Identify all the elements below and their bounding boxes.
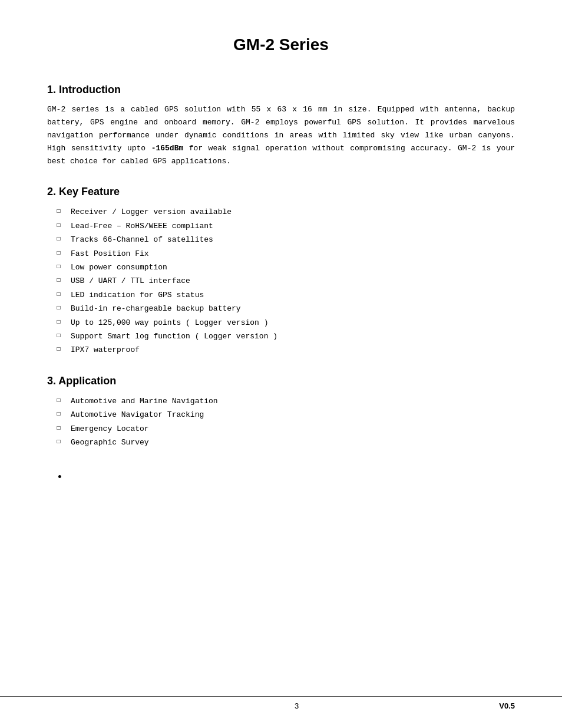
introduction-text: GM-2 series is a cabled GPS solution wit… bbox=[47, 103, 515, 168]
application-heading: 3. Application bbox=[47, 375, 515, 387]
page: GM-2 Series 1. Introduction GM-2 series … bbox=[0, 0, 562, 728]
page-title: GM-2 Series bbox=[47, 35, 515, 54]
list-item: Geographic Survey bbox=[47, 436, 515, 449]
list-item: Support Smart log function ( Logger vers… bbox=[47, 330, 515, 343]
sensitivity-value: -165dBm bbox=[151, 144, 184, 153]
list-item: Build-in re-chargeable backup battery bbox=[47, 302, 515, 315]
list-item: Automotive and Marine Navigation bbox=[47, 394, 515, 408]
list-item: Lead-Free – RoHS/WEEE compliant bbox=[47, 219, 515, 233]
list-item: Tracks 66-Channel of satellites bbox=[47, 233, 515, 246]
key-feature-heading: 2. Key Feature bbox=[47, 186, 515, 198]
list-item: USB / UART / TTL interface bbox=[47, 274, 515, 288]
list-item: Fast Position Fix bbox=[47, 247, 515, 261]
extra-bullet: • bbox=[47, 467, 515, 488]
key-feature-section: 2. Key Feature Receiver / Logger version… bbox=[47, 186, 515, 357]
key-feature-list: Receiver / Logger version available Lead… bbox=[47, 205, 515, 357]
introduction-heading: 1. Introduction bbox=[47, 84, 515, 96]
version-number: V0.5 bbox=[499, 701, 515, 710]
footer: 3 V0.5 bbox=[0, 696, 562, 710]
list-item: LED indication for GPS status bbox=[47, 288, 515, 302]
list-item: Automotive Navigator Tracking bbox=[47, 408, 515, 421]
list-item: Up to 125,000 way points ( Logger versio… bbox=[47, 316, 515, 330]
list-item: Emergency Locator bbox=[47, 422, 515, 436]
application-section: 3. Application Automotive and Marine Nav… bbox=[47, 375, 515, 450]
list-item: Receiver / Logger version available bbox=[47, 205, 515, 219]
page-number: 3 bbox=[295, 701, 299, 710]
list-item: Low power consumption bbox=[47, 261, 515, 274]
list-item: IPX7 waterproof bbox=[47, 343, 515, 357]
introduction-section: 1. Introduction GM-2 series is a cabled … bbox=[47, 84, 515, 168]
application-list: Automotive and Marine Navigation Automot… bbox=[47, 394, 515, 450]
